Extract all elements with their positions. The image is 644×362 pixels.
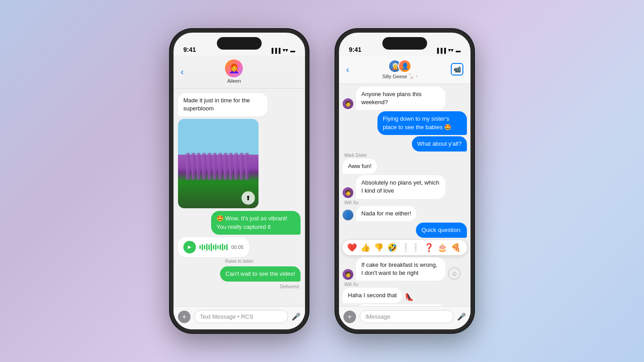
g-msg-row-7: Quick question: <box>343 223 467 238</box>
message-input-2[interactable]: iMessage <box>360 310 453 323</box>
contact-avatar-1[interactable]: 👩‍🦰 <box>225 59 243 77</box>
tapback-haha[interactable]: 🤣 <box>387 243 397 253</box>
msg-row-2: 🤩 Wow. It's just so vibrant! You really … <box>178 211 301 234</box>
play-button[interactable]: ▶ <box>183 241 196 253</box>
nav-center-2: 🧑‍🦳 👤 Silly Geese 🪿 › <box>382 59 418 79</box>
battery-icon-2: ▬ <box>456 48 461 53</box>
back-button-1[interactable]: ‹ <box>181 67 184 77</box>
video-call-button[interactable]: 📹 <box>451 63 463 76</box>
sender-name-will: Will Xu <box>343 200 467 205</box>
wave-bar <box>220 244 221 250</box>
wave-bar <box>208 244 210 250</box>
g-bubble-7[interactable]: Quick question: <box>416 223 467 238</box>
g-bubble-8[interactable]: If cake for breakfast is wrong, I don't … <box>356 257 445 281</box>
raise-to-listen-label: Raise to listen <box>178 259 301 264</box>
tapback-question[interactable]: ❓ <box>424 243 434 253</box>
g-bubble-3[interactable]: What about y'all? <box>412 136 467 152</box>
group-emoji: 🪿 <box>408 73 415 79</box>
wave-bar <box>204 245 205 249</box>
g-msg-row-5: 🧑 Absolutely no plans yet, which I kind … <box>343 175 467 198</box>
msg-row-1: Made it just in time for the superbloom <box>178 93 301 116</box>
time-1: 9:41 <box>183 46 196 53</box>
mic-button-2[interactable]: 🎤 <box>457 312 466 321</box>
wave-bar <box>206 244 208 251</box>
dynamic-island-2 <box>382 37 427 50</box>
message-image[interactable]: ⬆ <box>178 119 258 208</box>
sender-name-mark: Mark Disler <box>343 153 467 158</box>
msg-row-image: ⬆ <box>178 119 301 208</box>
add-attachment-button-2[interactable]: + <box>343 311 356 323</box>
signal-icon-2: ▐▐▐ <box>436 48 446 53</box>
group-chevron: › <box>416 74 417 79</box>
nav-center-1: 👩‍🦰 Aileen <box>225 59 243 84</box>
g-msg-row-2: Flying down to my sister's place to see … <box>343 111 467 135</box>
cake-bubble-wrapper: If cake for breakfast is wrong, I don't … <box>356 257 445 281</box>
tapback-cake[interactable]: 🎂 <box>437 243 447 253</box>
wave-bar <box>202 244 203 250</box>
wave-bar <box>217 245 219 249</box>
wave-bar <box>224 245 225 249</box>
g-msg-row-3: What about y'all? <box>343 136 467 152</box>
status-icons-2: ▐▐▐ ▾▾ ▬ <box>436 47 461 53</box>
delivered-status: Delivered <box>178 284 301 289</box>
nav-bar-2: ‹ 🧑‍🦳 👤 Silly Geese 🪿 › 📹 <box>339 56 470 84</box>
wifi-icon: ▾▾ <box>283 47 288 53</box>
g-sender-3: Will Xu Haha I second that 👠 <box>343 282 467 303</box>
g-sender-1: Mark Disler Aww fun! <box>343 153 467 174</box>
bubble-1[interactable]: Made it just in time for the superbloom <box>178 93 267 116</box>
group-avatars: 🧑‍🦳 👤 <box>388 59 411 73</box>
nav-bar-1: ‹ 👩‍🦰 Aileen <box>174 56 305 88</box>
group-avatar-2: 👤 <box>398 59 411 73</box>
sender-name-will2: Will Xu <box>343 282 467 287</box>
input-bar-2: + iMessage 🎤 <box>339 306 470 329</box>
g-msg-row-8: 🧑 If cake for breakfast is wrong, I don'… <box>343 257 467 281</box>
wave-bar <box>211 243 212 251</box>
wave-bar <box>226 244 228 250</box>
msg-row-voice: ▶ <box>178 237 301 257</box>
g-bubble-2[interactable]: Flying down to my sister's place to see … <box>377 111 467 135</box>
back-button-2[interactable]: ‹ <box>346 64 349 75</box>
tapback-thumbsup[interactable]: 👍 <box>360 243 370 253</box>
g-bubble-9[interactable]: Haha I second that <box>343 288 402 303</box>
sender-avatar-1: 🧑 <box>343 98 353 109</box>
bubble-2[interactable]: 🤩 Wow. It's just so vibrant! You really … <box>211 211 301 234</box>
g-bubble-1[interactable]: Anyone have plans this weekend? <box>356 87 445 110</box>
g-bubble-5[interactable]: Absolutely no plans yet, which I kind of… <box>356 175 445 198</box>
messages-area-1: Made it just in time for the superbloom … <box>174 88 305 306</box>
battery-icon: ▬ <box>290 48 295 53</box>
mic-button-1[interactable]: 🎤 <box>292 312 301 321</box>
messages-area-2: 🧑 Anyone have plans this weekend? Flying… <box>339 84 470 306</box>
tapback-exclaim[interactable]: ❕❕ <box>401 243 420 253</box>
screen-2: ‹ 🧑‍🦳 👤 Silly Geese 🪿 › 📹 🧑 <box>339 56 470 329</box>
tapback-slice[interactable]: 🍕 <box>451 243 461 253</box>
bubble-3[interactable]: Can't wait to see the video! <box>220 266 301 282</box>
tapback-reaction-bar[interactable]: ❤️ 👍 👎 🤣 ❕❕ ❓ 🎂 🍕 <box>343 240 467 255</box>
tapback-thumbsdown[interactable]: 👎 <box>374 243 384 253</box>
tapback-reaction-shoes: 👠 <box>405 293 414 301</box>
group-name: Silly Geese <box>382 74 407 79</box>
voice-message[interactable]: ▶ <box>178 237 249 257</box>
wave-bar <box>213 245 214 249</box>
input-placeholder-1: Text Message • RCS <box>200 313 253 320</box>
screen-1: ‹ 👩‍🦰 Aileen Made it just in time for th… <box>174 56 305 329</box>
phone-2: 9:41 ▐▐▐ ▾▾ ▬ ‹ 🧑‍🦳 👤 Silly Geese 🪿 › <box>335 29 474 333</box>
wave-bar <box>199 245 201 249</box>
message-input-1[interactable]: Text Message • RCS <box>194 310 288 323</box>
wifi-icon-2: ▾▾ <box>448 47 453 53</box>
input-placeholder-2: iMessage <box>365 313 390 320</box>
signal-icon: ▐▐▐ <box>270 48 280 53</box>
g-sender-2: Will Xu 👤 Nada for me either! <box>343 200 467 221</box>
smiley-reaction-button[interactable]: ☺ <box>448 267 461 280</box>
waveform <box>199 243 228 252</box>
add-attachment-button[interactable]: + <box>178 311 191 323</box>
time-2: 9:41 <box>349 46 361 53</box>
dynamic-island-1 <box>217 37 262 50</box>
g-bubble-4[interactable]: Aww fun! <box>343 159 377 174</box>
g-msg-row-6: 👤 Nada for me either! <box>343 206 467 221</box>
g-bubble-6[interactable]: Nada for me either! <box>356 206 416 221</box>
sender-avatar-3: 👤 <box>343 210 353 220</box>
voice-duration: 00:05 <box>231 244 244 250</box>
g-msg-row-9: Haha I second that 👠 <box>343 288 467 303</box>
tapback-heart[interactable]: ❤️ <box>347 243 357 253</box>
wave-bar <box>215 244 216 250</box>
